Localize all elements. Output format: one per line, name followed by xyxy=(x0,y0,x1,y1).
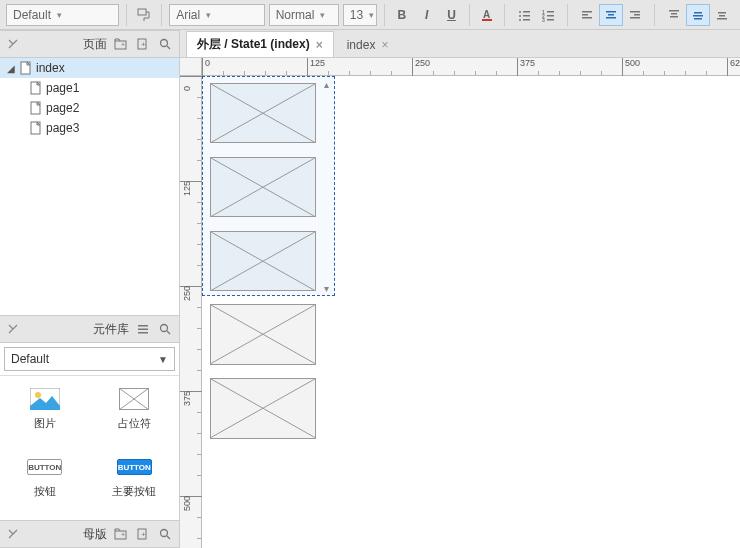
pages-panel-title: 页面 xyxy=(83,36,107,53)
add-folder-icon[interactable]: + xyxy=(113,36,129,52)
library-item-image[interactable]: 图片 xyxy=(0,380,90,448)
page-row-page1[interactable]: page1 xyxy=(0,78,179,98)
svg-text:A: A xyxy=(483,9,490,20)
chevron-down-icon: ▾ xyxy=(57,10,62,20)
align-right-button[interactable] xyxy=(623,4,647,26)
pages-panel-header: 页面 + + xyxy=(0,30,179,58)
svg-rect-6 xyxy=(523,15,530,17)
svg-point-5 xyxy=(519,15,521,17)
align-left-button[interactable] xyxy=(575,4,599,26)
ruler-vertical: 0125250375500 xyxy=(180,76,202,548)
placeholder-widget[interactable] xyxy=(210,157,316,217)
font-size-dropdown[interactable]: 13 ▾ xyxy=(343,4,377,26)
separator xyxy=(567,4,568,26)
canvas[interactable]: ▴▾ xyxy=(202,76,740,548)
library-item-primary-button[interactable]: BUTTON 主要按钮 xyxy=(90,448,180,516)
svg-rect-12 xyxy=(547,15,554,17)
placeholder-widget[interactable] xyxy=(210,83,316,143)
svg-rect-32 xyxy=(717,18,727,20)
svg-rect-24 xyxy=(669,10,679,12)
placeholder-widget[interactable] xyxy=(210,304,316,364)
scroll-down-icon[interactable]: ▾ xyxy=(322,283,332,293)
font-dropdown[interactable]: Arial ▾ xyxy=(169,4,265,26)
page-row-page3[interactable]: page3 xyxy=(0,118,179,138)
library-set-dropdown[interactable]: Default ▼ xyxy=(4,347,175,371)
svg-text:+: + xyxy=(121,41,125,48)
svg-rect-22 xyxy=(634,14,640,16)
svg-rect-27 xyxy=(694,12,702,14)
menu-icon[interactable] xyxy=(135,321,151,337)
collapse-icon[interactable] xyxy=(6,37,20,51)
align-center-button[interactable] xyxy=(599,4,623,26)
underline-button[interactable]: U xyxy=(441,4,462,26)
search-icon[interactable] xyxy=(157,36,173,52)
bullet-list-button[interactable] xyxy=(512,4,536,26)
chevron-down-icon: ▾ xyxy=(369,10,374,20)
svg-rect-30 xyxy=(718,12,726,14)
svg-point-7 xyxy=(519,19,521,21)
svg-rect-16 xyxy=(582,14,588,16)
library-panel-header: 元件库 xyxy=(0,315,179,343)
separator xyxy=(384,4,385,26)
library-item-label: 按钮 xyxy=(34,484,56,499)
list-group: 123 xyxy=(512,4,560,26)
paint-format-button[interactable] xyxy=(134,4,155,26)
svg-text:+: + xyxy=(141,530,146,539)
bold-button[interactable]: B xyxy=(392,4,413,26)
font-size-value: 13 xyxy=(350,8,363,22)
add-master-icon[interactable]: + xyxy=(135,526,151,542)
page-icon xyxy=(30,101,42,115)
library-item-label: 主要按钮 xyxy=(112,484,156,499)
svg-text:+: + xyxy=(121,531,125,538)
library-item-button[interactable]: BUTTON 按钮 xyxy=(0,448,90,516)
svg-rect-17 xyxy=(582,17,592,19)
italic-button[interactable]: I xyxy=(416,4,437,26)
ruler-tick: 250 xyxy=(180,286,202,297)
svg-line-38 xyxy=(167,46,170,49)
ruler-tick: 625 xyxy=(727,58,740,76)
search-icon[interactable] xyxy=(157,321,173,337)
svg-point-49 xyxy=(35,392,41,398)
style-dropdown[interactable]: Default ▾ xyxy=(6,4,119,26)
page-row-index[interactable]: ◢ index xyxy=(0,58,179,78)
separator xyxy=(504,4,505,26)
valign-bottom-button[interactable] xyxy=(710,4,734,26)
tab-index[interactable]: index × xyxy=(336,31,400,57)
add-folder-icon[interactable]: + xyxy=(113,526,129,542)
add-page-icon[interactable]: + xyxy=(135,36,151,52)
page-row-page2[interactable]: page2 xyxy=(0,98,179,118)
collapse-icon[interactable] xyxy=(6,527,20,541)
ruler-tick: 125 xyxy=(307,58,325,76)
svg-line-47 xyxy=(167,331,170,334)
collapse-icon[interactable] xyxy=(6,322,20,336)
placeholder-widget[interactable] xyxy=(210,231,316,291)
font-weight-dropdown[interactable]: Normal ▾ xyxy=(269,4,339,26)
tab-state1[interactable]: 外层 / State1 (index) × xyxy=(186,31,334,57)
svg-rect-21 xyxy=(630,11,640,13)
valign-group xyxy=(662,4,734,26)
masters-panel-title: 母版 xyxy=(83,526,107,543)
text-color-button[interactable]: A xyxy=(477,4,498,26)
chevron-down-icon: ▾ xyxy=(206,10,211,20)
svg-point-57 xyxy=(161,530,168,537)
font-dropdown-value: Arial xyxy=(176,8,200,22)
svg-rect-18 xyxy=(606,11,616,13)
search-icon[interactable] xyxy=(157,526,173,542)
scroll-up-icon[interactable]: ▴ xyxy=(322,79,332,89)
svg-rect-25 xyxy=(671,13,677,15)
caret-down-icon[interactable]: ◢ xyxy=(6,63,16,74)
masters-panel-header: 母版 + + xyxy=(0,520,179,548)
style-dropdown-value: Default xyxy=(13,8,51,22)
svg-rect-10 xyxy=(547,11,554,13)
svg-rect-14 xyxy=(547,19,554,21)
numbered-list-button[interactable]: 123 xyxy=(536,4,560,26)
page-label: page3 xyxy=(46,121,79,135)
close-icon[interactable]: × xyxy=(316,38,323,52)
svg-rect-0 xyxy=(138,9,146,15)
close-icon[interactable]: × xyxy=(381,38,388,52)
valign-middle-button[interactable] xyxy=(686,4,710,26)
chevron-down-icon: ▼ xyxy=(158,354,168,365)
library-item-placeholder[interactable]: 占位符 xyxy=(90,380,180,448)
valign-top-button[interactable] xyxy=(662,4,686,26)
placeholder-widget[interactable] xyxy=(210,378,316,438)
